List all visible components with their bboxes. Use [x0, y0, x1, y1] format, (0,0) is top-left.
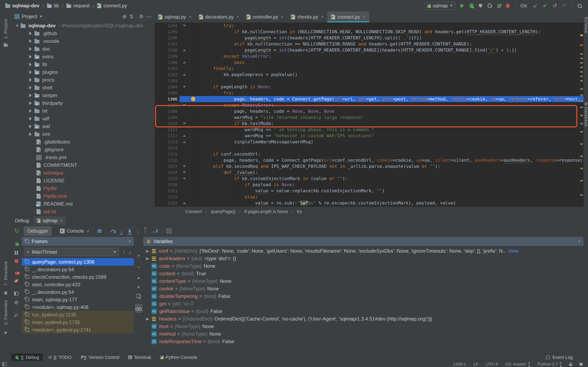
frame-item[interactable]: <module>, pydevd.py:1741 — [22, 326, 134, 334]
stripe-mark[interactable] — [580, 80, 583, 82]
step-over-button[interactable] — [111, 230, 116, 233]
fold-gutter[interactable] — [180, 200, 190, 206]
concurrency-diagram-button[interactable] — [497, 4, 501, 5]
fold-gutter[interactable] — [180, 151, 190, 157]
fold-gutter[interactable] — [180, 35, 190, 41]
tree-item-xml[interactable]: xml — [11, 130, 155, 138]
variable-row-auxHeaders[interactable]: ▶auxHeaders={dict}<type 'dict'>: {} — [143, 255, 584, 262]
rerun-button[interactable]: ↻ — [14, 228, 19, 234]
tree-item-doc[interactable]: doc — [11, 45, 155, 53]
line-number[interactable]: 1294 — [155, 23, 180, 29]
pin-tab-button[interactable] — [15, 313, 18, 317]
stripe-mark[interactable] — [580, 168, 583, 169]
fold-end-icon[interactable] — [183, 49, 186, 51]
code-line-1318[interactable]: 1318def _(value): — [155, 169, 584, 175]
tree-item-waf[interactable]: waf — [11, 123, 155, 130]
code-line-1316[interactable]: 1316page, headers, code = Connect.getPag… — [155, 157, 584, 163]
stripe-mark[interactable] — [580, 71, 583, 73]
variable-row-headers[interactable]: ▶headers={OrderedDict}OrderedDict([('Cac… — [143, 315, 584, 323]
line-number[interactable]: 1303 — [155, 78, 180, 84]
frame-item[interactable]: main, sqlmap.py:177 — [22, 296, 134, 303]
fold-gutter[interactable] — [180, 96, 190, 102]
code-line-1314[interactable]: 1314 — [155, 145, 584, 151]
variable-row-code[interactable]: 01code={NoneType}None — [143, 262, 584, 270]
variable-row-contentType[interactable]: 01contentType={NoneType}None — [143, 277, 584, 285]
stripe-button-project[interactable]: 1: Project — [3, 19, 8, 39]
evaluate-expression-button[interactable] — [167, 229, 171, 233]
line-number[interactable]: 1304 — [155, 84, 180, 90]
view-link[interactable]: View — [508, 248, 522, 254]
fold-start-icon[interactable] — [183, 165, 186, 167]
tree-item-.gitattributes[interactable]: .gitattributes — [11, 138, 155, 146]
git-update-button[interactable]: ↙ — [533, 3, 537, 8]
editor-tab-checks.py[interactable]: checks.py× — [287, 11, 327, 22]
toolwindow-button-9: Version Control[interactable]: 9: Version Control — [77, 354, 123, 361]
code-line-1300[interactable]: 1300pass — [155, 59, 584, 66]
fold-gutter[interactable] — [180, 108, 190, 114]
line-number[interactable]: 1308 — [155, 108, 180, 114]
editor-breadcrumb-item[interactable]: Connect — [185, 209, 202, 214]
fold-gutter[interactable] — [180, 163, 190, 169]
stripe-mark[interactable] — [580, 67, 583, 68]
fold-gutter[interactable] — [180, 84, 190, 90]
frame-item[interactable]: _, decorators.py:54 — [22, 266, 134, 273]
tree-item-plugins[interactable]: plugins — [11, 68, 155, 76]
code-line-1302[interactable]: 1302kb.pageCompress = popValue() — [155, 72, 584, 78]
fold-end-icon[interactable] — [183, 202, 186, 204]
variable-row-get[interactable]: 01get={str}'id=0' — [143, 300, 584, 308]
editor-tab-controller.py[interactable]: controller.py× — [243, 11, 287, 22]
line-number[interactable]: 1295 — [155, 29, 180, 35]
frame-item[interactable]: start, controller.py:420 — [22, 281, 134, 288]
frame-item[interactable]: checkConnection, checks.py:1589 — [22, 273, 134, 281]
stripe-mark[interactable] — [580, 156, 583, 157]
tree-item-txt[interactable]: txt — [11, 107, 155, 115]
frame-item[interactable]: run, pydevd.py:1135 — [22, 311, 134, 318]
tree-item-procs[interactable]: procs — [11, 76, 155, 84]
line-number[interactable]: 1322 — [155, 194, 180, 200]
stripe-mark[interactable] — [580, 58, 583, 59]
line-number[interactable]: 1312 — [155, 133, 180, 139]
event-log-button[interactable]: Event Log — [546, 354, 588, 361]
tree-item-.travis.yml[interactable]: .travis.yml — [11, 154, 155, 161]
fold-start-icon[interactable] — [183, 178, 186, 180]
variable-row-disableTampering[interactable]: 01disableTampering={bool}False — [143, 292, 584, 300]
stripe-mark[interactable] — [580, 88, 583, 90]
fold-gutter[interactable] — [180, 66, 190, 72]
code-line-1307[interactable]: 1307except MemoryError: — [155, 102, 584, 108]
stripe-mark[interactable] — [580, 34, 583, 36]
fold-gutter[interactable] — [180, 47, 190, 53]
fold-start-icon[interactable] — [183, 86, 186, 88]
fold-gutter[interactable] — [180, 41, 190, 47]
fold-gutter[interactable] — [180, 29, 190, 35]
tree-item-echnique[interactable]: echnique — [11, 169, 155, 177]
close-icon[interactable]: × — [236, 14, 239, 20]
restore-layout-button[interactable] — [14, 292, 18, 295]
editor-breadcrumb-item[interactable]: try — [297, 209, 302, 214]
duplicate-watch-button[interactable] — [138, 295, 141, 299]
tree-item-.gitignore[interactable]: .gitignore — [11, 146, 155, 154]
tree-item-Pipfile.lock[interactable]: Pipfile.lock — [11, 192, 155, 200]
fold-start-icon[interactable] — [183, 123, 186, 125]
line-number[interactable]: 1318 — [155, 169, 180, 175]
line-number[interactable]: 1297 — [155, 41, 180, 47]
tree-item-extra[interactable]: extra — [11, 53, 155, 60]
breadcrumb-item-lib[interactable]: lib — [47, 3, 59, 8]
frame-item[interactable]: queryPage, connect.py:1306 — [22, 258, 134, 266]
fold-gutter[interactable] — [180, 145, 190, 151]
stripe-mark[interactable] — [580, 44, 583, 46]
tree-item-sql.txt[interactable]: sql.txt — [11, 208, 155, 216]
line-number[interactable]: 1305 — [155, 90, 180, 96]
git-commit-button[interactable]: ✔ — [543, 3, 547, 8]
toolwindow-button-5: Debug[interactable]: 5: Debug — [11, 354, 43, 361]
fold-gutter[interactable] — [180, 72, 190, 78]
code-line-1309[interactable]: 1309warnMsg = "site returned insanely la… — [155, 114, 584, 120]
collapse-all-button[interactable]: ⇅ — [129, 14, 134, 19]
error-stripe[interactable] — [580, 23, 583, 207]
code-editor[interactable]: 1294try:1295if kb.nullConnection in (NUL… — [155, 23, 584, 207]
fold-gutter[interactable] — [180, 90, 190, 96]
sciview-stripe-button[interactable]: SciView — [584, 17, 588, 33]
fold-gutter[interactable] — [180, 120, 190, 127]
breadcrumb-item-sqlmap-dev[interactable]: sqlmap-dev — [5, 3, 39, 8]
debug-button[interactable] — [470, 3, 474, 8]
stripe-mark[interactable] — [580, 100, 583, 102]
